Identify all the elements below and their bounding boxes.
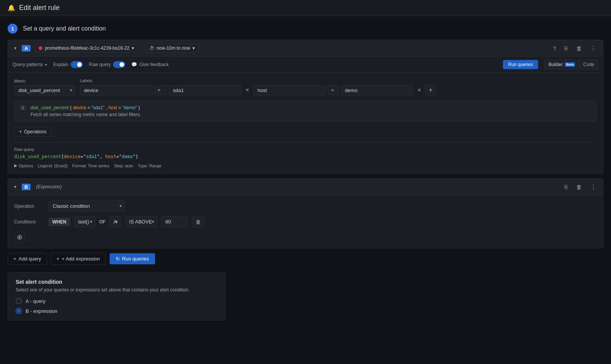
run-queries-main-label: Run queries [122,256,149,262]
hint-metric-name: disk_used_percent [30,105,69,110]
add-condition-button[interactable]: ⊕ [14,232,25,243]
step-number: 1 [8,24,18,34]
hint-label-val-2: "demo" [122,105,137,110]
more-options-b-button[interactable]: ⋮ [588,182,598,192]
help-button[interactable]: ? [551,44,558,53]
metric-field-label: Metric [14,79,75,83]
threshold-select[interactable]: IS ABOVE IS BELOW IS EQUAL [125,216,157,227]
header-bar: 🔔 Edit alert rule [0,0,611,16]
query-patterns-button[interactable]: Query patterns ▾ [13,62,47,67]
delete-condition-button[interactable]: 🗑 [192,217,205,227]
add-expression-button[interactable]: + + Add expression [51,253,106,265]
duplicate-b-button[interactable]: ⎘ [562,182,570,192]
code-button[interactable]: Code [579,60,598,70]
labels-field-group: Labels =!==~!~ × =!= [80,78,436,95]
step-detail: Step: auto [114,163,133,168]
remove-label-1-button[interactable]: × [243,86,251,94]
radio-circle-a [16,298,22,304]
conditions-form-label: Conditions [14,219,45,225]
options-row: ▶ Options Legend: {{host}} Format: Time … [14,163,597,168]
labels-field-label: Labels [80,78,436,83]
collapse-a-button[interactable]: ▾ [13,45,18,51]
builder-button[interactable]: Builder Beta [544,60,579,70]
datasource-selector[interactable]: prometheus-f8ebfeac-3c1c-4239-ba18-22 ▾ [34,44,138,53]
run-queries-refresh-icon: ↻ [116,256,120,262]
add-query-button[interactable]: + Add query [8,253,47,265]
delete-button[interactable]: 🗑 [574,44,584,53]
metric-labels-row: Metric disk_used_percent Labels =!==~!~ [14,78,597,95]
rq-lk-1: device [64,154,80,159]
delete-b-button[interactable]: 🗑 [574,182,584,192]
raw-query-toggle-group: Raw query [89,61,125,68]
operator-2-select[interactable]: =!= [328,85,339,95]
query-patterns-label: Query patterns [13,62,43,67]
of-badge: OF [99,219,106,225]
query-body-a: Metric disk_used_percent Labels =!==~!~ [8,73,603,173]
when-badge: WHEN [48,218,70,226]
add-label-button[interactable]: + [425,85,436,95]
operations-button[interactable]: + Operations [14,127,52,137]
label-value-1-input[interactable] [169,85,241,95]
radio-circle-b [16,308,22,314]
options-toggle-button[interactable]: ▶ Options [14,163,33,168]
label-key-1-input[interactable] [80,85,152,95]
hint-label-key-1: device [73,105,86,110]
beta-badge: Beta [565,62,575,67]
radio-item-b[interactable]: B - expression [16,308,217,314]
more-options-button[interactable]: ⋮ [588,43,598,53]
give-feedback-button[interactable]: 💬 Give feedback [131,62,169,67]
run-queries-button-a[interactable]: Run queries [503,60,538,69]
hint-label-key-2: host [108,105,117,110]
give-feedback-label: Give feedback [139,62,169,67]
operations-plus-icon: + [19,129,22,134]
datasource-status-dot [39,46,42,50]
step-title: Set a query and alert condition [23,25,106,32]
query-patterns-chevron-icon: ▾ [45,63,47,67]
clock-icon: ⏱ [149,45,154,51]
remove-label-2-button[interactable]: × [415,86,423,94]
page-title: Edit alert rule [19,4,60,12]
metric-field-group: Metric disk_used_percent [14,79,75,95]
radio-label-b: B - expression [26,308,57,314]
hint-brace-close: } [138,105,140,110]
metric-select[interactable]: disk_used_percent [14,85,75,95]
query-toolbar-a: Query patterns ▾ Explain Raw query 💬 [8,57,603,73]
hint-number: 1 [20,105,26,110]
step-header: 1 Set a query and alert condition [8,24,603,34]
explain-toggle-group: Explain [53,61,82,68]
raw-query-section: Raw query disk_used_percent{device="sda1… [14,142,597,168]
label-value-2-input[interactable] [341,85,413,95]
main-content: 1 Set a query and alert condition ▾ A pr… [0,16,611,328]
legend-detail: Legend: {{host}} [38,163,68,168]
time-range-chevron-icon: ▾ [192,45,195,51]
run-queries-main-button[interactable]: ↻ Run queries [110,253,155,264]
expr-body-b: Operation Classic condition Reduce Math … [8,195,603,248]
type-detail: Type: Range [138,163,162,168]
collapse-b-button[interactable]: ▾ [13,184,18,189]
time-range-selector[interactable]: ⏱ now-10m to now ▾ [145,44,199,53]
options-chevron-icon: ▶ [14,163,17,168]
hint-eq-2: = [118,105,121,110]
hint-brace-open: { [70,105,72,110]
label-key-2-input[interactable] [253,85,326,95]
query-hint-desc: Fetch all series matching metric name an… [31,112,591,117]
add-query-label: Add query [19,256,41,262]
datasource-name: prometheus-f8ebfeac-3c1c-4239-ba18-22 [45,45,129,51]
raw-query-section-label: Raw query [14,147,597,152]
radio-item-a[interactable]: A - query [16,298,217,304]
raw-query-toggle[interactable] [113,61,125,68]
threshold-input[interactable] [161,216,188,227]
query-block-a-header: ▾ A prometheus-f8ebfeac-3c1c-4239-ba18-2… [8,40,603,57]
alert-condition-box: Set alert condition Select one of your q… [8,272,225,320]
label-filter-group: =!==~!~ × =!= × + [80,85,436,95]
expression-tag: (Expression) [36,184,61,189]
explain-toggle[interactable] [71,61,83,68]
raw-query-text: disk_used_percent{device="sda1", host="d… [14,154,597,159]
duplicate-button[interactable]: ⎘ [562,44,570,53]
operation-select[interactable]: Classic condition Reduce Math [48,201,125,212]
hint-eq-1: = [87,105,90,110]
query-ref-select[interactable]: A B [109,216,121,227]
func-select[interactable]: last() avg() min() max() [74,216,95,227]
operations-label: Operations [24,129,47,134]
operator-1-select[interactable]: =!==~!~ [154,85,167,95]
